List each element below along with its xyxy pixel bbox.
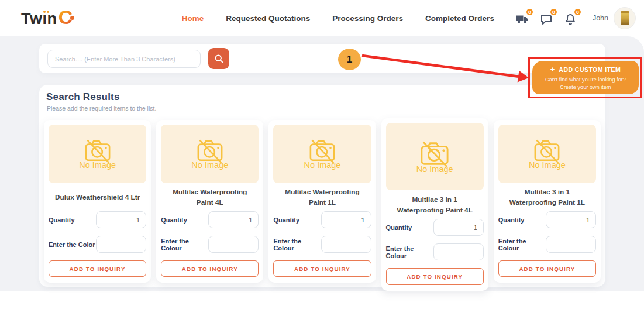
color-label: Enter the Colour [386,245,433,259]
color-input[interactable] [96,236,146,253]
top-header: Twın C Home Requested Quotations Process… [0,0,644,36]
results-subtitle: Please add the required items to the lis… [47,105,156,112]
color-label: Enter the Colour [498,238,546,252]
no-image-placeholder: No Image [386,123,484,190]
color-label: Enter the Color [49,241,95,248]
bell-badge: 0 [573,8,582,16]
nav-requested-quotations[interactable]: Requested Quotations [226,14,310,23]
color-label: Enter the Colour [273,238,321,252]
product-title: Multilac 3 in 1 Waterproofing Paint 4L [386,190,484,219]
quantity-label: Quantity [498,217,525,224]
results-title: Search Results [46,91,120,103]
product-card: No Image Multilac 3 in 1 Waterproofing P… [381,118,488,291]
app-window: Twın C Home Requested Quotations Process… [0,0,644,309]
nav-home[interactable]: Home [182,14,204,23]
annotation-highlight-rect [528,57,642,98]
color-input[interactable] [321,236,371,253]
user-name: John [593,14,608,22]
quantity-label: Quantity [386,224,412,231]
header-icon-group: 0 0 0 [515,11,578,26]
search-bar-card [39,44,605,73]
product-title: Multilac Waterproofing Paint 4L [161,183,259,211]
truck-badge: 0 [525,8,534,16]
main-nav: Home Requested Quotations Processing Ord… [182,14,494,23]
product-card: No Image Dulux Weathershield 4 Ltr Quant… [44,120,151,283]
product-card: No Image Multilac Waterproofing Paint 1L… [268,120,376,283]
brand-logo[interactable]: Twın C [21,8,73,28]
search-input[interactable] [47,50,201,68]
search-results-panel: Search Results Please add the required i… [39,85,605,287]
annotation-step-circle: 1 [338,49,361,70]
product-title: Multilac 3 in 1 Waterproofing Paint 1L [498,183,596,211]
no-image-placeholder: No Image [498,125,596,183]
truck-icon[interactable]: 0 [515,11,531,26]
product-title: Multilac Waterproofing Paint 1L [273,183,371,211]
quantity-input[interactable] [208,211,259,228]
quantity-label: Quantity [273,217,299,224]
color-input[interactable] [208,236,259,253]
search-icon [214,54,224,64]
chat-badge: 0 [549,8,558,16]
quantity-input[interactable] [321,211,371,228]
quantity-label: Quantity [49,217,75,224]
add-to-inquiry-button[interactable]: ADD TO INQUIRY [498,260,596,277]
quantity-input[interactable] [546,211,596,228]
add-to-inquiry-button[interactable]: ADD TO INQUIRY [49,260,146,277]
bell-icon[interactable]: 0 [563,11,578,26]
quantity-input[interactable] [96,211,146,228]
color-input[interactable] [433,243,484,260]
color-label: Enter the Colour [161,238,208,252]
no-image-placeholder: No Image [273,125,371,183]
add-to-inquiry-button[interactable]: ADD TO INQUIRY [273,260,371,277]
search-button[interactable] [208,48,229,69]
add-to-inquiry-button[interactable]: ADD TO INQUIRY [386,268,484,285]
avatar-image [621,11,629,25]
avatar[interactable] [614,7,636,29]
product-card: No Image Multilac Waterproofing Paint 4L… [156,120,263,283]
chat-icon[interactable]: 0 [539,11,555,26]
quantity-input[interactable] [433,219,484,236]
logo-c-mark: C [58,8,73,26]
nav-completed-orders[interactable]: Completed Orders [425,14,494,23]
no-image-placeholder: No Image [49,125,146,183]
product-title: Dulux Weathershield 4 Ltr [49,183,146,211]
logo-text: Tw [21,10,43,28]
user-menu[interactable]: John [593,7,636,29]
nav-processing-orders[interactable]: Processing Orders [332,14,403,23]
product-card: No Image Multilac 3 in 1 Waterproofing P… [494,120,601,283]
logo-i-dots: ı [43,10,47,28]
color-input[interactable] [546,236,596,253]
product-card-row: No Image Dulux Weathershield 4 Ltr Quant… [44,120,601,291]
no-image-placeholder: No Image [161,125,259,183]
quantity-label: Quantity [161,217,187,224]
add-to-inquiry-button[interactable]: ADD TO INQUIRY [161,260,259,277]
